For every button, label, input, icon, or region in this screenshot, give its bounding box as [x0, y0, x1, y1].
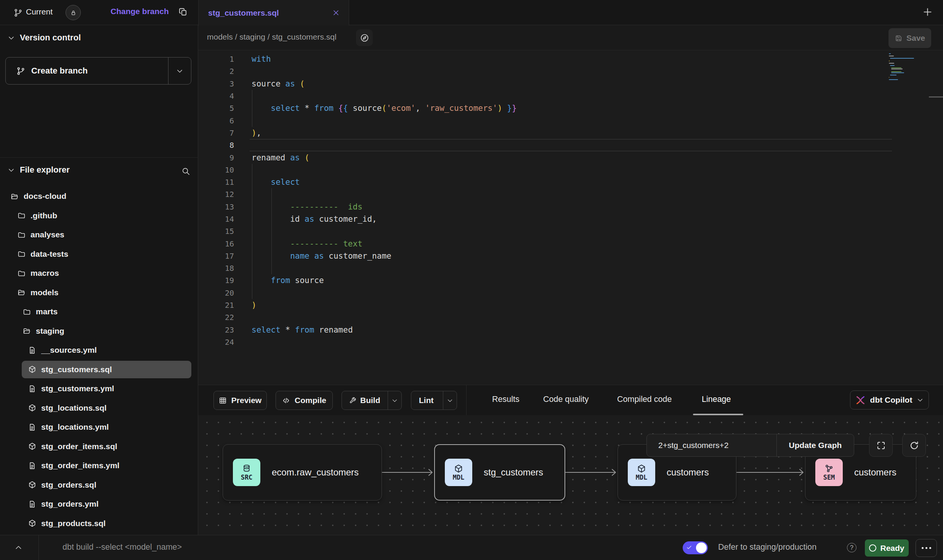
code-editor[interactable]: 1with23source as (45 select * from {{ so… [198, 50, 943, 385]
table-icon [219, 397, 227, 405]
lineage-node-ecom-raw_customers[interactable]: SRCecom.raw_customers [223, 444, 382, 501]
tree-item[interactable]: stg_products.sql [0, 514, 198, 533]
divider [38, 535, 39, 560]
code-line[interactable]: 7), [198, 127, 943, 139]
tree-item[interactable]: stg_locations.sql [0, 398, 198, 418]
update-graph-button[interactable]: Update Graph [776, 434, 854, 456]
tree-item[interactable]: staging [0, 322, 198, 341]
fullscreen-icon [876, 440, 886, 451]
code-line[interactable]: 21) [198, 299, 943, 311]
new-tab-button[interactable] [922, 7, 933, 17]
code-line[interactable]: 5 select * from {{ source('ecom', 'raw_c… [198, 102, 943, 114]
defer-toggle[interactable] [683, 541, 708, 554]
tree-item[interactable]: stg_order_items.sql [0, 437, 198, 456]
code-line[interactable]: 8 [198, 139, 943, 151]
pane-tab-compiled-code[interactable]: Compiled code [617, 395, 672, 404]
breadcrumb: models / staging / stg_customers.sql [207, 32, 337, 42]
code-line[interactable]: 18 [198, 262, 943, 274]
lineage-node-stg_customers[interactable]: MDLstg_customers [434, 444, 565, 501]
create-branch-button[interactable]: Create branch [5, 57, 191, 85]
create-branch-dropdown[interactable] [168, 58, 191, 84]
command-input[interactable]: dbt build --select <model_name> [63, 542, 182, 552]
minimap-line [891, 72, 904, 73]
code-line[interactable]: 23select * from renamed [198, 324, 943, 336]
compass-icon [360, 33, 369, 43]
copilot-compass-button[interactable] [356, 29, 373, 46]
minimap-line [889, 53, 891, 54]
code-line[interactable]: 9renamed as ( [198, 151, 943, 163]
tree-item[interactable]: stg_customers.sql [0, 360, 198, 379]
change-branch-link[interactable]: Change branch [111, 7, 169, 16]
file-explorer-header[interactable]: File explorer [0, 163, 198, 178]
code-line[interactable]: 11 select [198, 176, 943, 188]
scrollbar-thumb[interactable] [929, 96, 943, 98]
refresh-button[interactable] [902, 434, 926, 457]
tree-item[interactable]: __sources.yml [0, 341, 198, 360]
code-line[interactable]: 20 [198, 287, 943, 299]
code-line[interactable]: 6 [198, 114, 943, 126]
code-line[interactable]: 1with [198, 53, 943, 65]
copy-icon[interactable] [178, 7, 188, 16]
indent-guide [252, 287, 252, 299]
line-text: renamed as ( [252, 153, 310, 162]
code-line[interactable]: 10 [198, 164, 943, 176]
tree-item[interactable]: macros [0, 264, 198, 283]
fullscreen-button[interactable] [869, 434, 893, 457]
code-line[interactable]: 13 ---------- ids [198, 201, 943, 213]
tree-item[interactable]: stg_orders.sql [0, 475, 198, 495]
lint-dropdown[interactable] [443, 391, 457, 410]
build-dropdown[interactable] [388, 391, 401, 410]
tree-item[interactable]: .github [0, 206, 198, 226]
line-text: select * from {{ source('ecom', 'raw_cus… [252, 104, 517, 113]
pane-tab-code-quality[interactable]: Code quality [543, 395, 589, 404]
tree-item[interactable]: analyses [0, 225, 198, 245]
help-icon[interactable]: ? [847, 543, 856, 552]
tree-item[interactable]: marts [0, 302, 198, 322]
node-label: ecom.raw_customers [272, 467, 359, 478]
ready-status-button[interactable]: Ready [865, 539, 909, 557]
version-control-header[interactable]: Version control [0, 30, 198, 46]
code-line[interactable]: 4 [198, 90, 943, 102]
code-line[interactable]: 22 [198, 311, 943, 323]
tree-item[interactable]: stg_customers.yml [0, 379, 198, 398]
pane-tab-lineage[interactable]: Lineage [702, 395, 731, 404]
check-icon [686, 544, 692, 550]
code-line[interactable]: 2 [198, 65, 943, 77]
preview-button[interactable]: Preview [213, 391, 267, 410]
save-button[interactable]: Save [888, 28, 931, 48]
code-line[interactable]: 17 name as customer_name [198, 250, 943, 262]
tree-item[interactable]: data-tests [0, 245, 198, 264]
search-icon[interactable] [181, 167, 190, 176]
code-line[interactable]: 16 ---------- text [198, 237, 943, 250]
more-options-button[interactable] [916, 539, 937, 557]
top-bar: Current Change branch stg_customers.sql [0, 0, 943, 25]
create-branch-main[interactable]: Create branch [6, 58, 168, 84]
lint-button[interactable]: Lint [411, 391, 457, 410]
chevron-up-icon[interactable] [14, 544, 22, 552]
tree-item[interactable]: models [0, 283, 198, 302]
floppy-icon [895, 34, 903, 42]
lineage-canvas[interactable]: SRCecom.raw_customersMDLstg_customersMDL… [198, 415, 943, 535]
minimap[interactable] [889, 53, 919, 126]
tab-stg-customers-sql[interactable]: stg_customers.sql [198, 0, 349, 26]
tree-item[interactable]: stg_orders.yml [0, 494, 198, 514]
code-line[interactable]: 19 from source [198, 274, 943, 286]
lineage-selector-input[interactable]: 2+stg_customers+2 [647, 434, 776, 456]
code-line[interactable]: 15 [198, 225, 943, 237]
code-line[interactable]: 12 [198, 188, 943, 200]
compile-button[interactable]: Compile [276, 391, 333, 410]
dbt-copilot-button[interactable]: dbt Copilot [850, 390, 929, 410]
tree-item[interactable]: stg_order_items.yml [0, 456, 198, 475]
build-button[interactable]: Build [342, 391, 402, 410]
tree-item[interactable]: docs-cloud [0, 187, 198, 206]
indent-guide [271, 237, 272, 250]
close-icon[interactable] [332, 9, 340, 16]
tree-item[interactable]: stg_locations.yml [0, 418, 198, 437]
code-line[interactable]: 3source as ( [198, 78, 943, 90]
line-number: 7 [198, 128, 234, 138]
cube-icon [28, 404, 36, 412]
code-line[interactable]: 14 id as customer_id, [198, 213, 943, 225]
pane-tab-results[interactable]: Results [492, 395, 520, 404]
code-line[interactable]: 24 [198, 336, 943, 348]
sidebar: Version control Create branch File explo… [0, 25, 198, 535]
